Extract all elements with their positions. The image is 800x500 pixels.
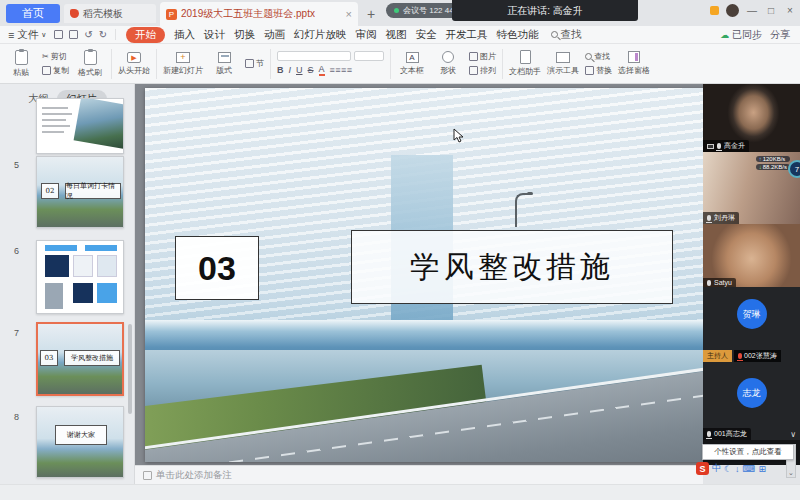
strikethrough-button[interactable]: S	[308, 65, 314, 75]
tab-security[interactable]: 安全	[416, 28, 437, 42]
slide-thumbnail-8[interactable]: 谢谢大家	[36, 406, 124, 478]
video-tile-2[interactable]: ↑120KB/s ↓88.2KB/s 7 刘丹琳	[703, 152, 800, 224]
slide-number: 8	[14, 412, 19, 422]
selection-pane-button[interactable]: 选择窗格	[618, 51, 650, 76]
ime-halfwidth-icon[interactable]: ☾	[724, 464, 732, 474]
notes-bar[interactable]: 单击此处添加备注	[135, 465, 703, 484]
copy-icon	[42, 66, 51, 75]
ime-download-icon[interactable]: ↓	[735, 464, 740, 474]
minimize-button[interactable]: —	[746, 5, 758, 16]
video-tile-1[interactable]: 高金升	[703, 84, 800, 152]
find-button[interactable]: 查找	[585, 51, 612, 62]
shape-button[interactable]: 形状	[433, 51, 463, 76]
tab-view[interactable]: 视图	[386, 28, 407, 42]
alignment-buttons[interactable]: ≡ ≡ ≡ ≡	[330, 65, 352, 75]
arrange-button[interactable]: 排列	[469, 65, 496, 76]
share-button[interactable]: 分享	[770, 28, 790, 42]
tab-home[interactable]: 首页	[6, 4, 60, 23]
slide-thumbnail-4[interactable]	[36, 98, 124, 154]
user-avatar[interactable]	[726, 4, 739, 17]
section-button[interactable]: 节	[245, 58, 264, 69]
tab-transition[interactable]: 切换	[234, 28, 255, 42]
new-slide-button[interactable]: + 新建幻灯片	[163, 52, 203, 76]
slide-number: 6	[14, 246, 19, 256]
italic-button[interactable]: I	[289, 65, 292, 75]
sogou-logo-icon[interactable]: S	[696, 462, 709, 475]
font-family-select[interactable]	[277, 51, 351, 61]
notes-icon	[143, 471, 152, 480]
close-tab-icon[interactable]: ×	[346, 8, 352, 20]
tab-template[interactable]: 稻壳模板	[64, 4, 156, 23]
present-tools-button[interactable]: 演示工具	[547, 52, 579, 76]
underline-button[interactable]: U	[296, 65, 303, 75]
slides-scrollbar[interactable]	[128, 324, 132, 414]
tab-devtools[interactable]: 开发工具	[446, 28, 488, 42]
bold-button[interactable]: B	[277, 65, 284, 75]
paste-button[interactable]: 粘贴	[6, 50, 36, 78]
tab-document[interactable]: P 2019级大工五班主题班会.pptx ×	[160, 2, 358, 26]
slide-number-box[interactable]: 03	[175, 236, 259, 300]
tab-insert[interactable]: 插入	[174, 28, 195, 42]
net-monitor-ball[interactable]: 7	[788, 160, 800, 178]
doc-assistant-button[interactable]: 文档助手	[509, 50, 541, 77]
tab-review[interactable]: 审阅	[356, 28, 377, 42]
font-color-button[interactable]: A	[319, 64, 325, 76]
file-menu[interactable]: ≡ 文件 ∨	[0, 28, 54, 42]
shape-icon	[442, 51, 454, 63]
ime-toolbox-icon[interactable]: ⊞	[759, 464, 767, 474]
mic-muted-icon	[738, 353, 742, 359]
participant-name: 刘丹琳	[714, 213, 735, 223]
play-from-start-button[interactable]: ▶ 从头开始	[118, 52, 150, 76]
hamburger-icon: ≡	[8, 29, 14, 41]
tab-start[interactable]: 开始	[126, 27, 165, 43]
ime-keyboard-icon[interactable]: ⌨	[743, 464, 756, 474]
tab-animation[interactable]: 动画	[264, 28, 285, 42]
template-flame-icon	[70, 9, 79, 18]
ime-mode-icon[interactable]: 中	[712, 462, 721, 475]
video-tile-4[interactable]: 贺琳 主持人 002张慧涛	[703, 287, 800, 362]
current-slide[interactable]: 03 学风整改措施	[145, 88, 705, 462]
mic-icon	[707, 215, 711, 221]
layout-button[interactable]: 版式	[209, 52, 239, 76]
app-badge-icon	[710, 6, 719, 15]
textbox-button[interactable]: A 文本框	[397, 52, 427, 76]
search-icon	[551, 31, 558, 38]
replace-button[interactable]: 替换	[585, 65, 612, 76]
caret-down-icon: ∨	[41, 31, 46, 39]
slide-title-box[interactable]: 学风整改措施	[351, 230, 673, 304]
avatar-circle: 志龙	[737, 378, 767, 408]
slide-canvas-area: 03 学风整改措施	[135, 84, 800, 465]
copy-button[interactable]: 复制	[42, 65, 69, 76]
ime-toolbar: S 中 ☾ ↓ ⌨ ⊞	[696, 462, 766, 475]
close-window-button[interactable]: ×	[784, 5, 796, 16]
collapse-panel-chevron[interactable]: ∨	[790, 430, 796, 439]
new-tab-button[interactable]: +	[362, 5, 380, 23]
picture-button[interactable]: 图片	[469, 51, 496, 62]
tab-features[interactable]: 特色功能	[497, 28, 539, 42]
find-command[interactable]: 查找	[551, 28, 582, 42]
video-tile-3[interactable]: Satyu	[703, 224, 800, 287]
slides-panel: 大纲 幻灯片 5 02 每日单词打卡情况 6 7 03 学风整改措施 8	[0, 84, 135, 500]
print-icon[interactable]	[69, 30, 78, 39]
maximize-button[interactable]: □	[765, 5, 777, 16]
save-icon[interactable]	[54, 30, 63, 39]
tab-design[interactable]: 设计	[204, 28, 225, 42]
ppt-file-icon: P	[166, 9, 177, 20]
video-tile-5[interactable]: 志龙 001高志龙 ∨	[703, 362, 800, 440]
slide-thumbnail-5[interactable]: 02 每日单词打卡情况	[36, 156, 124, 228]
cut-button[interactable]: ✂ 剪切	[42, 51, 69, 62]
font-size-select[interactable]	[354, 51, 384, 61]
redo-icon[interactable]: ↻	[99, 29, 107, 40]
sync-status[interactable]: ☁ 已同步	[720, 28, 762, 42]
participant-name: 001高志龙	[714, 429, 747, 439]
slide-thumbnail-7-selected[interactable]: 03 学风整改措施	[36, 322, 124, 396]
play-icon: ▶	[127, 52, 141, 63]
scroll-down-icon[interactable]: ⌄	[788, 469, 794, 477]
participant-name: 002张慧涛	[744, 351, 777, 361]
tab-slideshow[interactable]: 幻灯片放映	[294, 28, 347, 42]
undo-icon[interactable]: ↺	[84, 29, 92, 40]
format-painter-button[interactable]: 格式刷	[75, 50, 105, 78]
video-conference-panel: 高金升 ↑120KB/s ↓88.2KB/s 7 刘丹琳 Satyu 贺琳 主持…	[703, 84, 800, 465]
slide-thumbnail-6[interactable]	[36, 240, 124, 314]
find-icon	[585, 53, 592, 60]
